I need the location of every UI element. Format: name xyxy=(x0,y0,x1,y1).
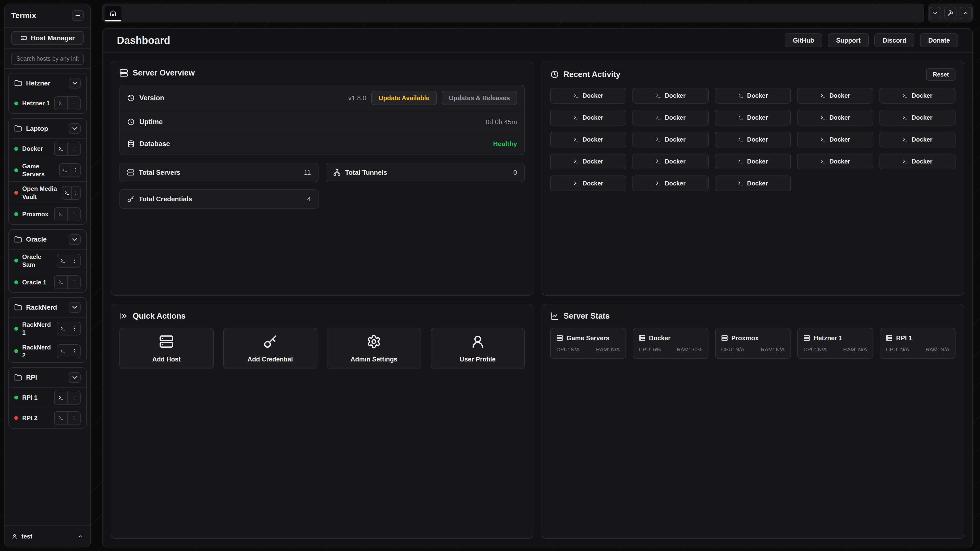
host-terminal-button[interactable] xyxy=(60,164,70,176)
kebab-menu-icon xyxy=(71,279,77,285)
host-row[interactable]: Proxmox xyxy=(9,204,86,224)
admin-tools-button[interactable] xyxy=(944,7,956,19)
host-row[interactable]: Oracle Sam xyxy=(9,249,86,272)
host-terminal-button[interactable] xyxy=(57,254,68,267)
activity-item-label: Docker xyxy=(665,114,686,121)
host-group-header[interactable]: RPI xyxy=(9,368,86,387)
activity-item-button[interactable]: Docker xyxy=(632,132,708,148)
host-menu-button[interactable] xyxy=(67,142,80,155)
header-link-button[interactable]: Support xyxy=(828,33,869,47)
activity-item-button[interactable]: Docker xyxy=(715,88,791,103)
terminal-icon xyxy=(655,159,661,164)
activity-item-button[interactable]: Docker xyxy=(550,88,626,103)
activity-item-button[interactable]: Docker xyxy=(632,154,708,169)
activity-item-button[interactable]: Docker xyxy=(715,176,791,191)
host-terminal-button[interactable] xyxy=(57,322,68,335)
header-link-button[interactable]: Donate xyxy=(920,33,958,47)
host-row[interactable]: Game Servers xyxy=(9,159,86,181)
group-collapse-button[interactable] xyxy=(69,234,81,245)
host-group-header[interactable]: Hetzner xyxy=(9,73,86,93)
header-link-button[interactable]: Discord xyxy=(874,33,915,47)
header-link-button[interactable]: GitHub xyxy=(785,33,822,47)
terminal-icon xyxy=(58,146,64,151)
host-group-header[interactable]: Oracle xyxy=(9,230,86,249)
activity-item-button[interactable]: Docker xyxy=(550,110,626,125)
menu-button[interactable] xyxy=(72,10,84,21)
activity-item-label: Docker xyxy=(583,180,603,187)
host-menu-button[interactable] xyxy=(68,322,80,335)
user-menu[interactable]: test xyxy=(5,526,90,547)
host-manager-button[interactable]: Host Manager xyxy=(11,31,84,45)
activity-item-button[interactable]: Docker xyxy=(797,154,873,169)
terminal-icon xyxy=(655,137,661,142)
host-row[interactable]: Open Media Vault xyxy=(9,181,86,203)
search-input[interactable] xyxy=(11,52,84,65)
host-menu-button[interactable] xyxy=(67,276,80,289)
updates-releases-button[interactable]: Updates & Releases xyxy=(442,91,517,105)
group-collapse-button[interactable] xyxy=(69,372,81,383)
scroll-tabs-left-button[interactable] xyxy=(929,7,941,19)
group-collapse-button[interactable] xyxy=(69,78,81,89)
host-row[interactable]: RackNerd 1 xyxy=(9,317,86,340)
activity-item-button[interactable]: Docker xyxy=(632,88,708,103)
sidebar-header: Termix xyxy=(5,4,90,27)
hard-drive-icon xyxy=(20,35,27,41)
host-row[interactable]: Oracle 1 xyxy=(9,272,86,292)
host-menu-button[interactable] xyxy=(67,391,80,404)
kebab-menu-icon xyxy=(73,167,78,173)
host-row[interactable]: RPI 1 xyxy=(9,387,86,408)
host-terminal-button[interactable] xyxy=(55,97,67,110)
reset-button[interactable]: Reset xyxy=(926,68,956,81)
host-menu-button[interactable] xyxy=(67,208,80,221)
activity-item-button[interactable]: Docker xyxy=(715,132,791,148)
host-terminal-button[interactable] xyxy=(55,391,67,404)
host-menu-button[interactable] xyxy=(68,254,80,267)
activity-item-button[interactable]: Docker xyxy=(550,132,626,148)
quick-action-card[interactable]: Add Credential xyxy=(223,328,318,369)
activity-item-button[interactable]: Docker xyxy=(797,88,873,103)
activity-item-button[interactable]: Docker xyxy=(880,110,956,125)
host-menu-button[interactable] xyxy=(68,345,80,358)
activity-item-button[interactable]: Docker xyxy=(550,154,626,169)
quick-action-card[interactable]: User Profile xyxy=(431,328,525,369)
host-terminal-button[interactable] xyxy=(55,208,67,221)
totals-grid: Total Servers 11 Total Tunnels 0 Total C… xyxy=(119,163,525,209)
host-group: Laptop Docker Game Serv xyxy=(8,118,87,225)
activity-item-button[interactable]: Docker xyxy=(550,176,626,191)
collapse-topbar-button[interactable] xyxy=(959,7,972,19)
host-group-header[interactable]: Laptop xyxy=(9,119,86,138)
group-collapse-button[interactable] xyxy=(69,123,81,134)
host-row[interactable]: RackNerd 2 xyxy=(9,340,86,362)
host-row[interactable]: RPI 2 xyxy=(9,408,86,428)
activity-item-button[interactable]: Docker xyxy=(880,154,956,169)
host-terminal-button[interactable] xyxy=(62,186,71,199)
activity-item-button[interactable]: Docker xyxy=(715,154,791,169)
host-menu-button[interactable] xyxy=(71,186,80,199)
activity-item-button[interactable]: Docker xyxy=(880,132,956,148)
host-menu-button[interactable] xyxy=(67,412,80,424)
host-terminal-button[interactable] xyxy=(55,142,67,155)
group-collapse-button[interactable] xyxy=(69,302,81,313)
history-icon xyxy=(127,94,135,102)
activity-grid: Docker Docker Docker Docker Docker Docke… xyxy=(550,88,956,191)
terminal-icon xyxy=(58,395,64,400)
quick-action-card[interactable]: Admin Settings xyxy=(327,328,421,369)
host-terminal-button[interactable] xyxy=(55,276,67,289)
tab-home[interactable] xyxy=(105,6,121,21)
host-terminal-button[interactable] xyxy=(57,345,68,358)
host-group-header[interactable]: RackNerd xyxy=(9,298,86,317)
activity-item-button[interactable]: Docker xyxy=(632,176,708,191)
username: test xyxy=(21,533,73,540)
host-row[interactable]: Docker xyxy=(9,138,86,159)
activity-item-button[interactable]: Docker xyxy=(797,132,873,148)
activity-item-button[interactable]: Docker xyxy=(880,88,956,103)
host-menu-button[interactable] xyxy=(70,164,80,176)
host-row[interactable]: Hetzner 1 xyxy=(9,93,86,113)
activity-item-button[interactable]: Docker xyxy=(797,110,873,125)
quick-action-card[interactable]: Add Host xyxy=(119,328,213,369)
activity-item-button[interactable]: Docker xyxy=(715,110,791,125)
host-terminal-button[interactable] xyxy=(55,412,67,424)
activity-item-button[interactable]: Docker xyxy=(632,110,708,125)
host-menu-button[interactable] xyxy=(67,97,80,110)
update-available-button[interactable]: Update Available xyxy=(371,91,437,105)
